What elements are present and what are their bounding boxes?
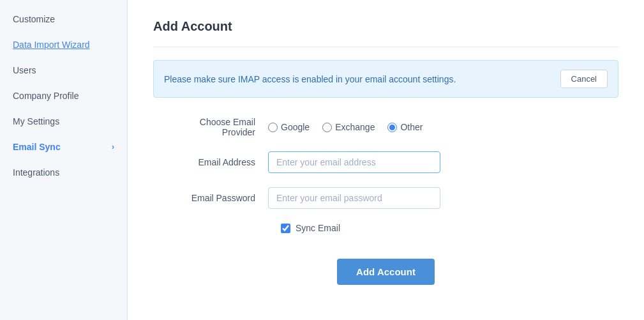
sidebar-item-integrations[interactable]: Integrations	[0, 160, 127, 185]
radio-group: Google Exchange Other	[268, 122, 423, 132]
sidebar-item-label: Company Profile	[13, 91, 79, 101]
info-banner: Please make sure IMAP access is enabled …	[153, 60, 618, 98]
page-title: Add Account	[153, 19, 618, 34]
sidebar-item-company-profile[interactable]: Company Profile	[0, 83, 127, 109]
sidebar: Customize Data Import Wizard Users Compa…	[0, 0, 128, 320]
radio-other[interactable]: Other	[387, 122, 423, 132]
sidebar-item-label: Customize	[13, 14, 55, 24]
title-divider	[153, 47, 618, 47]
radio-google-label: Google	[281, 122, 310, 132]
email-input[interactable]	[268, 151, 440, 173]
cancel-button[interactable]: Cancel	[560, 70, 608, 88]
sidebar-item-label: Email Sync	[13, 142, 61, 152]
radio-exchange-input[interactable]	[322, 123, 332, 132]
radio-other-label: Other	[400, 122, 423, 132]
radio-exchange-label: Exchange	[335, 122, 375, 132]
add-account-button[interactable]: Add Account	[337, 259, 435, 285]
form-section: Choose Email Provider Google Exchange Ot…	[153, 117, 618, 285]
provider-label: Choose Email Provider	[166, 117, 268, 137]
email-label: Email Address	[166, 157, 268, 167]
sidebar-item-label: My Settings	[13, 116, 59, 126]
sidebar-item-customize[interactable]: Customize	[0, 6, 127, 32]
sidebar-item-label: Data Import Wizard	[13, 40, 90, 50]
sync-email-label: Sync Email	[296, 223, 340, 233]
chevron-right-icon: ›	[112, 142, 114, 151]
password-row: Email Password	[166, 187, 606, 209]
email-row: Email Address	[166, 151, 606, 173]
sidebar-item-email-sync[interactable]: Email Sync ›	[0, 134, 127, 160]
sidebar-item-data-import-wizard[interactable]: Data Import Wizard	[0, 32, 127, 57]
radio-google[interactable]: Google	[268, 122, 310, 132]
sidebar-item-label: Users	[13, 65, 36, 75]
sidebar-item-label: Integrations	[13, 167, 59, 178]
sync-email-row: Sync Email	[281, 223, 606, 233]
provider-row: Choose Email Provider Google Exchange Ot…	[166, 117, 606, 137]
sidebar-item-my-settings[interactable]: My Settings	[0, 109, 127, 134]
info-banner-text: Please make sure IMAP access is enabled …	[164, 74, 456, 84]
sidebar-item-users[interactable]: Users	[0, 57, 127, 83]
main-content: Add Account Please make sure IMAP access…	[128, 0, 644, 320]
password-input[interactable]	[268, 187, 440, 209]
radio-other-input[interactable]	[387, 123, 397, 132]
password-label: Email Password	[166, 193, 268, 203]
button-row: Add Account	[166, 252, 606, 285]
radio-google-input[interactable]	[268, 123, 278, 132]
sync-email-checkbox[interactable]	[281, 224, 290, 233]
radio-exchange[interactable]: Exchange	[322, 122, 375, 132]
